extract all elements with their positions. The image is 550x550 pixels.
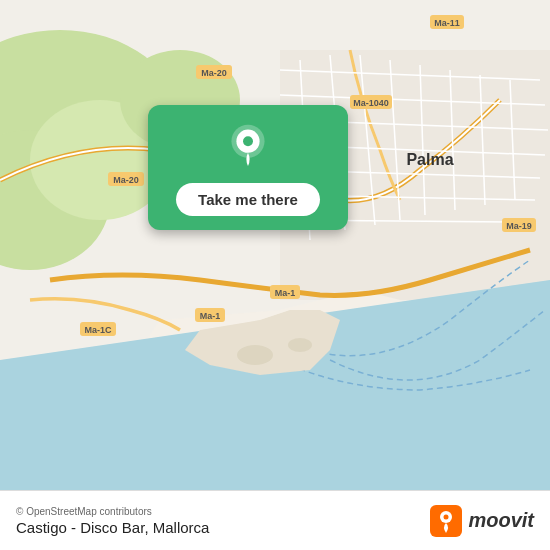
svg-text:Ma-1C: Ma-1C: [84, 325, 112, 335]
location-card: Take me there: [148, 105, 348, 230]
svg-text:Ma-1: Ma-1: [200, 311, 221, 321]
svg-text:Ma-20: Ma-20: [201, 68, 227, 78]
svg-text:Ma-11: Ma-11: [434, 18, 460, 28]
map-attribution: © OpenStreetMap contributors: [16, 506, 209, 517]
take-me-there-button[interactable]: Take me there: [176, 183, 320, 216]
svg-point-50: [444, 514, 449, 519]
svg-text:Ma-1: Ma-1: [275, 288, 296, 298]
svg-text:Ma-19: Ma-19: [506, 221, 532, 231]
svg-text:Ma-20: Ma-20: [113, 175, 139, 185]
place-name: Castigo - Disco Bar, Mallorca: [16, 519, 209, 536]
svg-point-10: [288, 338, 312, 352]
svg-text:Palma: Palma: [406, 151, 453, 168]
moovit-text: moovit: [468, 509, 534, 532]
moovit-brand-icon: [430, 505, 462, 537]
map-container: Ma-20 Ma-11 Ma-20 Ma-1040 Ma-20 Ma-1 Ma-…: [0, 0, 550, 490]
moovit-logo[interactable]: moovit: [430, 505, 534, 537]
svg-point-47: [243, 136, 253, 146]
svg-text:Ma-1040: Ma-1040: [353, 98, 389, 108]
pin-icon: [224, 123, 272, 171]
svg-point-9: [237, 345, 273, 365]
bottom-bar: © OpenStreetMap contributors Castigo - D…: [0, 490, 550, 550]
place-info: © OpenStreetMap contributors Castigo - D…: [16, 506, 209, 536]
